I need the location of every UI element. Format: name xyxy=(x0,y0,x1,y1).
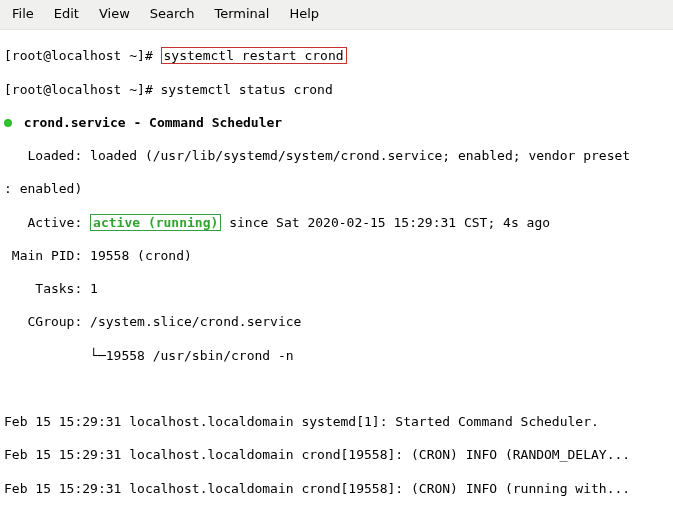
main-pid: Main PID: 19558 (crond) xyxy=(4,248,669,265)
status-dot-icon xyxy=(4,119,12,127)
loaded-line: Loaded: loaded (/usr/lib/systemd/system/… xyxy=(4,148,669,165)
active-status: active (running) xyxy=(90,214,221,231)
menu-help[interactable]: Help xyxy=(279,4,329,25)
prompt: [root@localhost ~]# xyxy=(4,48,161,63)
active-line: Active: active (running) since Sat 2020-… xyxy=(4,215,669,232)
service-header: crond.service - Command Scheduler xyxy=(4,115,669,132)
terminal-output[interactable]: [root@localhost ~]# systemctl restart cr… xyxy=(0,30,673,510)
menubar: File Edit View Search Terminal Help xyxy=(0,0,673,30)
blank xyxy=(4,381,669,398)
active-running: active (running) xyxy=(93,215,218,230)
prompt-line: [root@localhost ~]# systemctl status cro… xyxy=(4,82,669,99)
loaded-line-wrap: : enabled) xyxy=(4,181,669,198)
command-restart-crond: systemctl restart crond xyxy=(161,47,347,64)
menu-view[interactable]: View xyxy=(89,4,140,25)
menu-search[interactable]: Search xyxy=(140,4,205,25)
active-since: since Sat 2020-02-15 15:29:31 CST; 4s ag… xyxy=(221,215,550,230)
menu-terminal[interactable]: Terminal xyxy=(204,4,279,25)
menu-edit[interactable]: Edit xyxy=(44,4,89,25)
tasks: Tasks: 1 xyxy=(4,281,669,298)
log-line: Feb 15 15:29:31 localhost.localdomain sy… xyxy=(4,414,669,431)
log-line: Feb 15 15:29:31 localhost.localdomain cr… xyxy=(4,447,669,464)
active-label: Active: xyxy=(4,215,90,230)
prompt-line: [root@localhost ~]# systemctl restart cr… xyxy=(4,48,669,65)
menu-file[interactable]: File xyxy=(8,4,44,25)
cgroup-proc: └─19558 /usr/sbin/crond -n xyxy=(4,348,669,365)
cgroup: CGroup: /system.slice/crond.service xyxy=(4,314,669,331)
service-name: crond.service - Command Scheduler xyxy=(16,115,282,130)
log-line: Feb 15 15:29:31 localhost.localdomain cr… xyxy=(4,481,669,498)
